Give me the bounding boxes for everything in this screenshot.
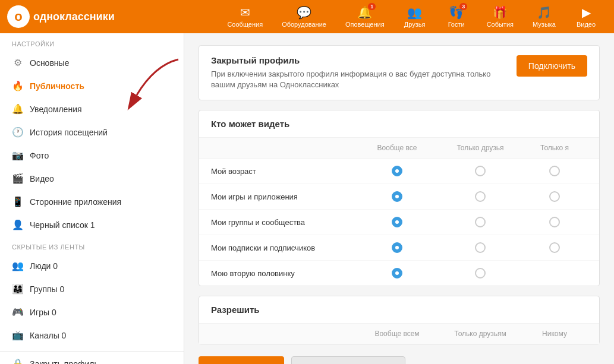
row-groups: Мои группы и сообщества xyxy=(199,210,599,235)
sidebar-channels-label: Каналы 0 xyxy=(30,331,66,340)
age-radio-everyone[interactable] xyxy=(355,166,439,176)
who-can-see-section: Кто может видеть Вообще все Только друзь… xyxy=(199,110,600,286)
footer-buttons: Сохранить Сбросить настройки xyxy=(199,354,600,364)
video-sidebar-icon: 🎬 xyxy=(12,173,24,184)
games-radio-friends[interactable] xyxy=(439,191,522,202)
age-radio-friends-btn[interactable] xyxy=(475,166,486,176)
partner-radio-everyone-btn[interactable] xyxy=(392,268,402,278)
sidebar-item-apps[interactable]: 📱 Сторонние приложения xyxy=(0,190,184,213)
closed-profile-title: Закрытый профиль xyxy=(211,55,507,65)
save-button[interactable]: Сохранить xyxy=(199,356,284,364)
sidebar-item-notifications[interactable]: 🔔 Уведомления xyxy=(0,97,184,121)
sidebar-item-history[interactable]: 🕐 История посещений xyxy=(0,121,184,144)
sidebar-item-basic[interactable]: ⚙ Основные xyxy=(0,51,184,74)
groups-radio-friends[interactable] xyxy=(439,217,522,227)
subs-radio-friends-btn[interactable] xyxy=(475,242,486,253)
row-age-label: Мой возраст xyxy=(211,167,355,176)
age-radio-everyone-btn[interactable] xyxy=(392,166,402,176)
nav-guests[interactable]: 👣3 Гости xyxy=(436,2,477,31)
reset-button[interactable]: Сбросить настройки xyxy=(291,356,405,364)
sidebar-groups-label: Группы 0 xyxy=(30,284,64,294)
groups-radio-everyone-btn[interactable] xyxy=(392,217,402,227)
settings-title: НАСТРОЙКИ xyxy=(0,33,184,51)
nav-music-label: Музыка xyxy=(533,21,556,28)
partner-radio-friends[interactable] xyxy=(439,268,522,278)
groups-radio-friends-btn[interactable] xyxy=(475,217,486,227)
groups-radio-me-btn[interactable] xyxy=(549,217,560,227)
messages-icon: ✉ xyxy=(240,5,250,20)
permissions-table-header: Вообще все Только друзья Только я xyxy=(199,138,599,159)
header: о одноклассники ✉ Сообщения 💬 Оборудован… xyxy=(0,0,614,33)
allow-section: Разрешить Вообще всем Только друзьям Ник… xyxy=(199,296,600,344)
nav-friends-label: Друзья xyxy=(404,21,426,28)
row-partner: Мою вторую половинку xyxy=(199,261,599,286)
nav-music[interactable]: 🎵 Музыка xyxy=(523,2,565,31)
sidebar-lock-label: Закрыть профиль xyxy=(30,359,99,365)
permissions-table: Вообще все Только друзья Только я Мой во… xyxy=(199,138,599,286)
sidebar-item-blacklist[interactable]: 👤 Черный список 1 xyxy=(0,213,184,236)
groups-radio-everyone[interactable] xyxy=(355,217,439,227)
games-radio-me-btn[interactable] xyxy=(549,191,560,202)
music-icon: 🎵 xyxy=(537,5,552,20)
age-radio-me-btn[interactable] xyxy=(549,166,560,176)
subs-radio-me[interactable] xyxy=(522,242,587,253)
sidebar-item-channels[interactable]: 📺 Каналы 0 xyxy=(0,324,184,347)
closed-profile-section: Закрытый профиль При включении закрытого… xyxy=(199,45,600,100)
subs-radio-me-btn[interactable] xyxy=(549,242,560,253)
age-radio-me[interactable] xyxy=(522,166,587,176)
logo-icon: о xyxy=(7,5,30,28)
subs-radio-everyone[interactable] xyxy=(355,242,439,253)
partner-radio-everyone[interactable] xyxy=(355,268,439,278)
partner-radio-friends-btn[interactable] xyxy=(475,268,486,278)
allow-title: Разрешить xyxy=(199,296,599,324)
camera-icon: 📷 xyxy=(12,150,24,161)
groups-radio-me[interactable] xyxy=(522,217,587,227)
row-groups-label: Мои группы и сообщества xyxy=(211,218,355,227)
connect-button[interactable]: Подключить xyxy=(517,55,587,77)
sidebar-item-games[interactable]: 🎮 Игры 0 xyxy=(0,300,184,324)
sidebar-item-publicity[interactable]: 🔥 Публичность xyxy=(0,74,184,97)
allow-col-friends: Только друзьям xyxy=(439,330,522,338)
who-can-see-title: Кто может видеть xyxy=(199,110,599,138)
bell-icon: 🔔 xyxy=(12,103,24,115)
sidebar-item-lock-profile[interactable]: 🔒 Закрыть профиль xyxy=(0,352,184,364)
sidebar-item-photos[interactable]: 📷 Фото xyxy=(0,144,184,167)
nav-video[interactable]: ▶ Видео xyxy=(565,2,607,31)
groups-icon: 👨‍👩‍👧 xyxy=(12,283,24,295)
games-radio-me[interactable] xyxy=(522,191,587,202)
channels-icon: 📺 xyxy=(12,330,24,341)
subs-radio-friends[interactable] xyxy=(439,242,522,253)
games-radio-friends-btn[interactable] xyxy=(475,191,486,202)
blacklist-icon: 👤 xyxy=(12,219,24,230)
alerts-icon: 🔔1 xyxy=(357,5,372,20)
games-radio-everyone[interactable] xyxy=(355,191,439,202)
nav-guests-label: Гости xyxy=(448,21,465,28)
equipment-icon: 💬 xyxy=(297,5,311,20)
logo-text: одноклассники xyxy=(33,11,115,23)
closed-profile-text: Закрытый профиль При включении закрытого… xyxy=(211,55,507,90)
nav-alerts[interactable]: 🔔1 Оповещения xyxy=(336,2,394,31)
col-only-me: Только я xyxy=(522,144,587,152)
sidebar-blacklist-label: Черный список 1 xyxy=(30,220,95,230)
nav-events[interactable]: 🎁 События xyxy=(477,2,523,31)
sidebar-apps-label: Сторонние приложения xyxy=(30,197,121,207)
nav-items: ✉ Сообщения 💬 Оборудование 🔔1 Оповещения… xyxy=(218,2,607,31)
sidebar-item-people[interactable]: 👥 Люди 0 xyxy=(0,254,184,277)
subs-radio-everyone-btn[interactable] xyxy=(392,242,402,253)
sidebar-basic-label: Основные xyxy=(30,58,69,68)
alerts-badge: 1 xyxy=(368,3,376,10)
events-icon: 🎁 xyxy=(493,5,508,20)
row-age: Мой возраст xyxy=(199,159,599,184)
nav-equipment[interactable]: 💬 Оборудование xyxy=(272,2,336,31)
games-radio-everyone-btn[interactable] xyxy=(392,191,402,202)
sidebar-item-video[interactable]: 🎬 Видео xyxy=(0,167,184,190)
nav-messages[interactable]: ✉ Сообщения xyxy=(218,2,272,31)
col-everyone: Вообще все xyxy=(355,144,439,152)
guests-badge: 3 xyxy=(459,3,467,10)
row-subscriptions: Мои подписки и подписчиков xyxy=(199,235,599,261)
row-games: Мои игры и приложения xyxy=(199,184,599,210)
sidebar-history-label: История посещений xyxy=(30,128,108,137)
nav-friends[interactable]: 👥 Друзья xyxy=(394,2,436,31)
age-radio-friends[interactable] xyxy=(439,166,522,176)
sidebar-item-groups[interactable]: 👨‍👩‍👧 Группы 0 xyxy=(0,277,184,300)
